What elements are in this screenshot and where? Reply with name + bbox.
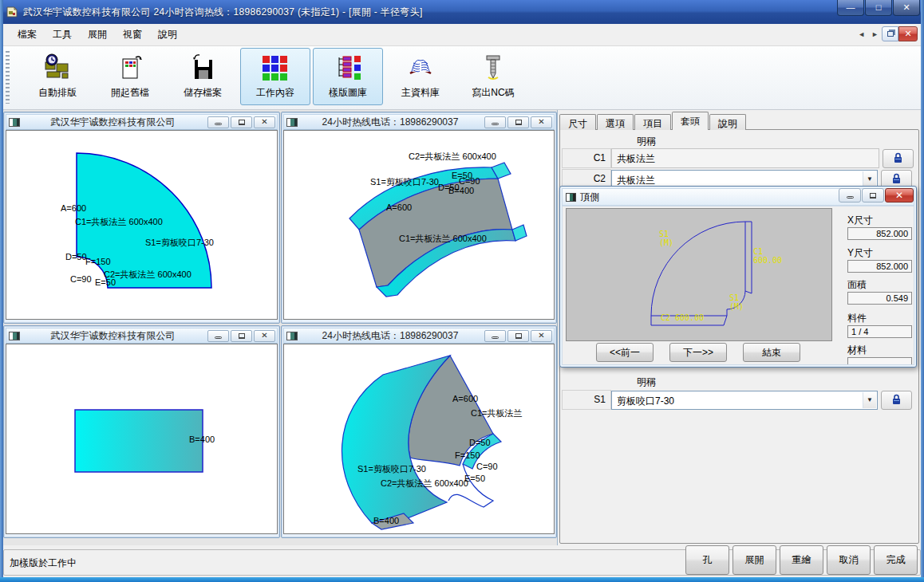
elbow-3d-drawing-b	[284, 344, 555, 534]
unfold-button[interactable]: 展開	[732, 545, 776, 575]
child-close-button[interactable]: ✕	[531, 116, 552, 128]
dimension-label: B=400	[448, 186, 474, 195]
mdi-close-button[interactable]: ✕	[898, 26, 918, 41]
material-field[interactable]	[847, 357, 912, 365]
window-title: 武汉华宇诚数控科技有限公司 24小时咨询热线：18986290037 (未指定1…	[23, 6, 423, 19]
window-close-button[interactable]: ✕	[893, 0, 920, 16]
toolbar-label: 儲存檔案	[184, 86, 222, 100]
menu-help[interactable]: 說明	[150, 25, 185, 45]
child-title-bar[interactable]: 武汉华宇诚数控科技有限公司 ✕	[6, 114, 278, 130]
child-window-3d-top[interactable]: 24小时热线电话：18986290037 ✕	[281, 112, 557, 324]
window-maximize-button[interactable]: □	[865, 0, 892, 16]
menu-file[interactable]: 檔案	[10, 25, 45, 45]
menu-window[interactable]: 視窗	[115, 25, 150, 45]
menu-tools[interactable]: 工具	[45, 25, 80, 45]
child-window-title: 武汉华宇诚数控科技有限公司	[20, 329, 206, 343]
dimension-label: A=600	[386, 203, 412, 212]
dimension-label: C=90	[476, 462, 498, 471]
child-maximize-button[interactable]	[507, 330, 529, 342]
y-size-field[interactable]: 852.000	[847, 260, 912, 273]
child-close-button[interactable]: ✕	[254, 116, 275, 128]
child-window-3d-bottom[interactable]: 24小时热线电话：18986290037 ✕	[281, 325, 557, 538]
drawing-canvas-flat[interactable]: A=600C1=共板法兰 600x400S1=剪板咬口7-30D=50F=150…	[6, 130, 278, 320]
status-text: 加樣版於工作中	[10, 556, 77, 570]
chevron-down-icon[interactable]: ▼	[863, 171, 876, 187]
toolbar-button-auto-nest[interactable]: 自動排版	[22, 48, 93, 105]
child-window-title: 24小时热线电话：18986290037	[298, 329, 483, 343]
child-window-title: 24小时热线电话：18986290037	[298, 116, 483, 129]
child-maximize-button[interactable]	[231, 116, 252, 128]
dimension-label: C1=共板法兰 600x400	[399, 234, 487, 243]
child-window-title: 武汉华宇诚数控科技有限公司	[20, 116, 206, 129]
maximize-icon	[515, 120, 522, 125]
child-minimize-button[interactable]	[207, 330, 229, 342]
cancel-button[interactable]: 取消	[827, 545, 871, 575]
nav-forward-icon[interactable]: ►	[868, 30, 882, 38]
chevron-down-icon[interactable]: ▼	[863, 392, 876, 408]
child-minimize-button[interactable]	[484, 116, 506, 128]
c1-value: 共板法兰	[611, 148, 879, 168]
s1-combobox[interactable]: 剪板咬口7-30 ▼	[611, 391, 878, 410]
cad-label: S1 (M)	[659, 230, 673, 247]
next-button[interactable]: 下一>>	[669, 343, 727, 362]
toolbar-grip[interactable]	[6, 51, 10, 104]
dimension-label: C1=共板法兰 600x400	[75, 217, 163, 226]
window-minimize-button[interactable]: —	[837, 0, 864, 16]
child-minimize-button[interactable]	[207, 116, 229, 128]
redraw-button[interactable]: 重繪	[780, 545, 823, 575]
child-window-icon	[9, 332, 20, 340]
toolbar-button-write-nc[interactable]: 寫出NC碼	[458, 48, 528, 105]
child-title-bar[interactable]: 武汉华宇诚数控科技有限公司 ✕	[6, 328, 278, 344]
tab-description[interactable]: 說明	[709, 114, 746, 130]
dialog-client-area: S1 (M)C1 600.00S1 (M)C2 600.00 <<前一 下一>>…	[562, 206, 914, 365]
child-title-bar[interactable]: 24小时热线电话：18986290037 ✕	[283, 328, 555, 344]
area-field[interactable]: 0.549	[847, 292, 912, 305]
end-button[interactable]: 結束	[743, 343, 800, 362]
toolbar-button-work-content[interactable]: 工作內容	[240, 48, 310, 105]
toolbar-button-open-file[interactable]: 開起舊檔	[95, 48, 165, 105]
child-title-bar[interactable]: 24小时热线电话：18986290037 ✕	[283, 114, 555, 130]
toolbar-button-main-database[interactable]: 主資料庫	[385, 48, 456, 105]
child-close-button[interactable]: ✕	[254, 330, 275, 342]
tab-size[interactable]: 尺寸	[559, 114, 596, 130]
drawing-canvas-3d-b[interactable]: A=600C1=共板法兰D=50F=150C=90S1=剪板咬口7-30E=50…	[283, 344, 555, 534]
row-key: C1	[562, 148, 611, 168]
tab-items[interactable]: 項目	[634, 114, 671, 130]
dialog-close-button[interactable]: ✕	[885, 188, 914, 203]
s1-lock-button[interactable]	[881, 391, 912, 410]
menu-unfold[interactable]: 展開	[80, 25, 115, 45]
cad-label: C2 600.00	[661, 313, 704, 322]
dialog-maximize-button[interactable]	[862, 188, 884, 203]
drawing-canvas-3d-a[interactable]: C2=共板法兰 600x400E=50C=90S1=剪板咬口7-30D=50B=…	[283, 130, 555, 320]
child-window-rect-pattern[interactable]: 武汉华宇诚数控科技有限公司 ✕ B=400	[3, 325, 280, 538]
tab-connector[interactable]: 套頭	[672, 112, 709, 130]
dimension-label: S1=剪板咬口7-30	[370, 177, 439, 187]
cad-label: C1 600.00	[753, 247, 782, 265]
finish-button[interactable]: 完成	[874, 545, 918, 575]
x-size-field[interactable]: 852.000	[847, 227, 912, 240]
child-maximize-button[interactable]	[231, 330, 252, 342]
mdi-restore-button[interactable]	[882, 26, 898, 41]
child-close-button[interactable]: ✕	[531, 330, 552, 342]
toolbar-button-template-library[interactable]: 樣版圖庫	[313, 48, 383, 105]
tab-options[interactable]: 選項	[597, 114, 634, 130]
lock-icon	[891, 173, 902, 185]
c1-lock-button[interactable]	[883, 149, 914, 168]
hole-button[interactable]: 孔	[685, 545, 729, 575]
child-window-flat-pattern[interactable]: 武汉华宇诚数控科技有限公司 ✕ A=600C1=共板法兰 600x400S1=剪…	[3, 112, 280, 324]
drawing-canvas-rect[interactable]: B=400	[6, 344, 278, 534]
child-minimize-button[interactable]	[484, 330, 506, 342]
toolbar-button-save-file[interactable]: 儲存檔案	[168, 48, 238, 105]
dialog-title-bar[interactable]: 頂側 ✕	[562, 188, 914, 206]
row-c1: C1 共板法兰	[562, 148, 914, 168]
status-bar: 加樣版於工作中 孔 展開 重繪 取消 完成	[3, 545, 921, 577]
nav-back-icon[interactable]: ◄	[855, 30, 868, 38]
previous-button[interactable]: <<前一	[596, 343, 654, 362]
preview-dialog[interactable]: 頂側 ✕ S1 (M)C1 600.00S1	[559, 186, 917, 368]
preview-canvas[interactable]: S1 (M)C1 600.00S1 (M)C2 600.00	[566, 208, 832, 341]
part-field[interactable]: 1 / 4	[847, 325, 912, 338]
restore-icon	[887, 31, 894, 37]
child-maximize-button[interactable]	[507, 116, 529, 128]
dialog-minimize-button[interactable]	[839, 188, 861, 203]
part-label: 料件	[847, 312, 867, 325]
